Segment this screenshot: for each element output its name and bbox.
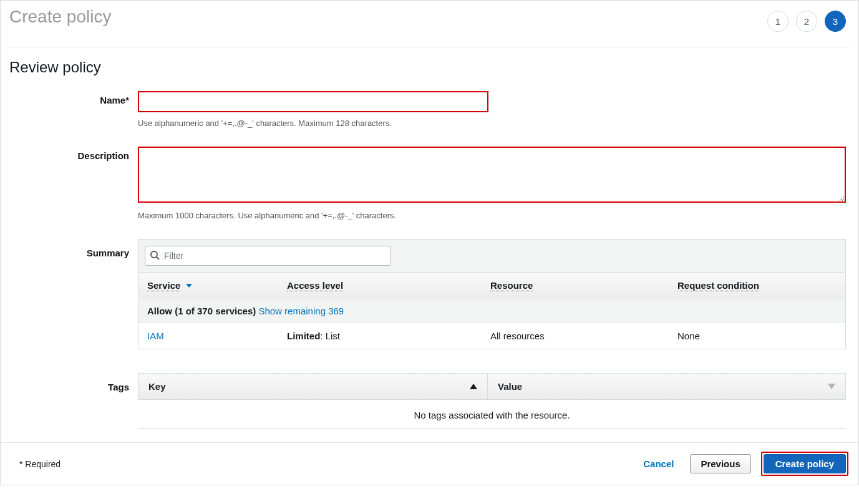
col-header-key-label: Key	[148, 381, 166, 392]
footer-bar: * Required Cancel Previous Create policy	[1, 442, 858, 485]
create-policy-button[interactable]: Create policy	[764, 454, 846, 473]
wizard-step-2[interactable]: 2	[796, 11, 817, 32]
create-button-highlight: Create policy	[761, 452, 848, 476]
search-icon	[150, 250, 160, 260]
col-header-service-label: Service	[147, 280, 180, 291]
name-input[interactable]	[138, 91, 488, 112]
col-header-key[interactable]: Key	[138, 374, 488, 399]
allow-count: Allow (1 of 370 services)	[147, 306, 256, 316]
svg-line-1	[157, 257, 159, 259]
summary-row: Summary Service Access level	[1, 236, 858, 352]
col-header-access[interactable]: Access level	[278, 273, 482, 299]
description-row: Description Maximum 1000 characters. Use…	[1, 144, 858, 223]
name-label: Name*	[9, 91, 138, 105]
required-note: * Required	[19, 459, 61, 469]
tags-row: Tags Key Value No tags associated with t…	[1, 371, 858, 431]
previous-button[interactable]: Previous	[690, 454, 750, 473]
col-header-reqcond-label: Request condition	[677, 280, 759, 291]
access-level-bold: Limited	[287, 331, 320, 341]
svg-point-0	[151, 251, 157, 258]
sort-caret-icon	[186, 284, 192, 288]
sort-up-icon	[470, 384, 477, 389]
col-header-service[interactable]: Service	[138, 273, 278, 299]
filter-bar	[138, 240, 845, 272]
col-header-access-label: Access level	[287, 280, 343, 291]
wizard-steps: 1 2 3	[767, 11, 846, 32]
col-header-value[interactable]: Value	[488, 374, 845, 399]
summary-table-header: Service Access level Resource Request co…	[138, 272, 845, 299]
resource-cell: All resources	[490, 331, 677, 341]
col-header-resource[interactable]: Resource	[482, 273, 669, 299]
description-label: Description	[9, 147, 138, 161]
page-header: Create policy 1 2 3	[1, 1, 858, 38]
sort-down-icon	[828, 384, 835, 389]
col-header-reqcond[interactable]: Request condition	[669, 273, 845, 299]
service-link-iam[interactable]: IAM	[147, 331, 164, 341]
name-hint: Use alphanumeric and '+=,.@-_' character…	[138, 119, 846, 128]
section-title: Review policy	[1, 47, 858, 89]
wizard-step-3[interactable]: 3	[825, 11, 846, 32]
description-hint: Maximum 1000 characters. Use alphanumeri…	[138, 211, 846, 220]
tags-table-header: Key Value	[138, 373, 846, 400]
table-row: IAM Limited: List All resources None	[138, 322, 845, 349]
tags-empty-message: No tags associated with the resource.	[138, 400, 846, 428]
name-row: Name* Use alphanumeric and '+=,.@-_' cha…	[1, 89, 858, 130]
tags-panel: Key Value No tags associated with the re…	[138, 373, 846, 429]
description-textarea[interactable]	[138, 147, 846, 203]
col-header-value-label: Value	[498, 381, 522, 392]
summary-filter-input[interactable]	[145, 246, 391, 266]
summary-panel: Service Access level Resource Request co…	[138, 239, 846, 349]
reqcond-cell: None	[677, 331, 837, 341]
page-title: Create policy	[9, 7, 111, 27]
allow-summary-row: Allow (1 of 370 services) Show remaining…	[138, 299, 845, 322]
wizard-step-1[interactable]: 1	[767, 11, 789, 32]
divider	[138, 428, 846, 429]
summary-label: Summary	[9, 239, 138, 258]
tags-label: Tags	[9, 373, 138, 392]
col-header-resource-label: Resource	[490, 280, 533, 291]
show-remaining-link[interactable]: Show remaining 369	[258, 306, 344, 316]
cancel-button[interactable]: Cancel	[637, 455, 680, 473]
access-level-rest: : List	[320, 331, 340, 341]
